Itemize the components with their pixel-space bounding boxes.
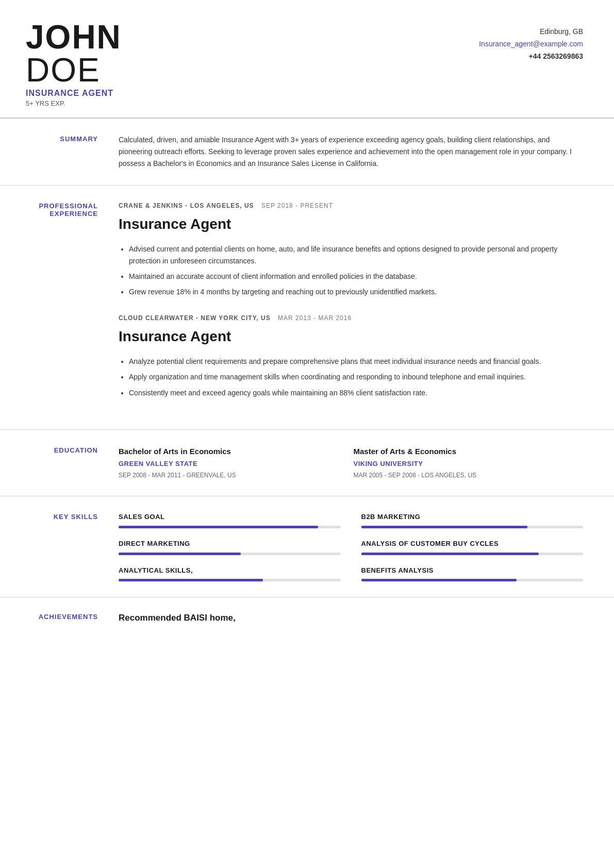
- job-2-title: Insurance Agent: [119, 325, 583, 348]
- edu-2-school: VIKING UNIVERSITY: [354, 459, 584, 470]
- job-2-bullets: Analyze potential client requirements an…: [119, 356, 583, 398]
- edu-2-dates: MAR 2005 - SEP 2008 - LOS ANGELES, US: [354, 471, 584, 480]
- achievements-content: Recommended BAISI home,: [119, 613, 583, 623]
- job-1-bullets: Advised current and potential clients on…: [119, 243, 583, 298]
- summary-text: Calculated, driven, and amiable Insuranc…: [119, 134, 583, 170]
- skill-bar-fill-3: [361, 553, 539, 555]
- location: Edinburg, GB: [479, 26, 583, 38]
- experience-years: 5+ YRS EXP.: [26, 99, 122, 107]
- skills-content: SALES GOAL B2B MARKETING DIRECT MARKETIN…: [119, 512, 583, 581]
- edu-item-1: Bachelor of Arts in Economics GREEN VALL…: [119, 445, 349, 480]
- skill-item-4: ANALYTICAL SKILLS,: [119, 565, 341, 582]
- skills-section: KEY SKILLS SALES GOAL B2B MARKETING DIRE…: [0, 496, 614, 597]
- job-1-bullet-1: Advised current and potential clients on…: [129, 243, 583, 266]
- skill-item-3: ANALYSIS OF CUSTOMER BUY CYCLES: [361, 539, 584, 555]
- job-1-title: Insurance Agent: [119, 213, 583, 236]
- skill-bar-bg-4: [119, 579, 341, 581]
- header: JOHN DOE INSURANCE AGENT 5+ YRS EXP. Edi…: [0, 0, 614, 119]
- education-section: EDUCATION Bachelor of Arts in Economics …: [0, 430, 614, 496]
- job-2-dates: MAR 2013 - MAR 2016: [278, 314, 352, 322]
- first-name: JOHN: [26, 21, 122, 54]
- skills-grid: SALES GOAL B2B MARKETING DIRECT MARKETIN…: [119, 512, 583, 581]
- summary-label: SUMMARY: [26, 134, 119, 170]
- summary-content: Calculated, driven, and amiable Insuranc…: [119, 134, 583, 170]
- skill-bar-fill-4: [119, 579, 263, 581]
- education-grid: Bachelor of Arts in Economics GREEN VALL…: [119, 445, 583, 480]
- skill-bar-fill-1: [361, 526, 528, 528]
- achievements-section: ACHIEVEMENTS Recommended BAISI home,: [0, 597, 614, 639]
- skill-item-5: BENEFITS ANALYSIS: [361, 565, 584, 582]
- skill-bar-bg-5: [361, 579, 584, 581]
- skill-bar-fill-0: [119, 526, 318, 528]
- achievements-title: Recommended BAISI home,: [119, 613, 583, 623]
- skill-name-5: BENEFITS ANALYSIS: [361, 565, 584, 576]
- job-2-bullet-3: Consistently meet and exceed agency goal…: [129, 387, 583, 398]
- last-name: DOE: [26, 54, 122, 87]
- email-link[interactable]: Insurance_agent@example.com: [479, 40, 583, 48]
- job-2-bullet-2: Apply organization and time management s…: [129, 371, 583, 382]
- job-1-dates: SEP 2018 - PRESENT: [261, 202, 333, 209]
- summary-section: SUMMARY Calculated, driven, and amiable …: [0, 119, 614, 186]
- job-2: CLOUD CLEARWATER - NEW YORK CITY, US MAR…: [119, 313, 583, 398]
- skill-bar-bg-2: [119, 553, 341, 555]
- job-title-header: INSURANCE AGENT: [26, 89, 122, 98]
- skill-bar-bg-0: [119, 526, 341, 528]
- skill-bar-bg-3: [361, 553, 584, 555]
- edu-2-degree: Master of Arts & Economics: [354, 445, 584, 458]
- skill-name-1: B2B MARKETING: [361, 512, 584, 523]
- skill-name-4: ANALYTICAL SKILLS,: [119, 565, 341, 576]
- job-1-company-name: CRANE & JENKINS - LOS ANGELES, US: [119, 202, 254, 209]
- education-label: EDUCATION: [26, 445, 119, 480]
- header-left: JOHN DOE INSURANCE AGENT 5+ YRS EXP.: [26, 21, 122, 107]
- skill-item-2: DIRECT MARKETING: [119, 539, 341, 555]
- job-1-bullet-3: Grew revenue 18% in 4 months by targetin…: [129, 286, 583, 297]
- edu-1-degree: Bachelor of Arts in Economics: [119, 445, 349, 458]
- job-1-company: CRANE & JENKINS - LOS ANGELES, US SEP 20…: [119, 201, 583, 211]
- job-2-company-name: CLOUD CLEARWATER - NEW YORK CITY, US: [119, 314, 271, 322]
- skill-bar-fill-2: [119, 553, 241, 555]
- skills-label: KEY SKILLS: [26, 512, 119, 581]
- job-1: CRANE & JENKINS - LOS ANGELES, US SEP 20…: [119, 201, 583, 298]
- skill-item-1: B2B MARKETING: [361, 512, 584, 528]
- education-content: Bachelor of Arts in Economics GREEN VALL…: [119, 445, 583, 480]
- experience-section: PROFESSIONAL EXPERIENCE CRANE & JENKINS …: [0, 186, 614, 430]
- experience-content: CRANE & JENKINS - LOS ANGELES, US SEP 20…: [119, 201, 583, 414]
- skill-item-0: SALES GOAL: [119, 512, 341, 528]
- skill-name-2: DIRECT MARKETING: [119, 539, 341, 549]
- job-2-bullet-1: Analyze potential client requirements an…: [129, 356, 583, 367]
- phone-number: +44 2563269863: [479, 51, 583, 63]
- job-1-bullet-2: Maintained an accurate account of client…: [129, 271, 583, 282]
- skill-bar-fill-5: [361, 579, 517, 581]
- job-2-company: CLOUD CLEARWATER - NEW YORK CITY, US MAR…: [119, 313, 583, 323]
- achievements-label: ACHIEVEMENTS: [26, 613, 119, 623]
- header-right: Edinburg, GB Insurance_agent@example.com…: [479, 21, 583, 62]
- edu-1-dates: SEP 2008 - MAR 2011 - GREENVALE, US: [119, 471, 349, 480]
- edu-1-school: GREEN VALLEY STATE: [119, 459, 349, 470]
- experience-label: PROFESSIONAL EXPERIENCE: [26, 201, 119, 414]
- edu-item-2: Master of Arts & Economics VIKING UNIVER…: [354, 445, 584, 480]
- skill-name-0: SALES GOAL: [119, 512, 341, 523]
- skill-bar-bg-1: [361, 526, 584, 528]
- skill-name-3: ANALYSIS OF CUSTOMER BUY CYCLES: [361, 539, 584, 549]
